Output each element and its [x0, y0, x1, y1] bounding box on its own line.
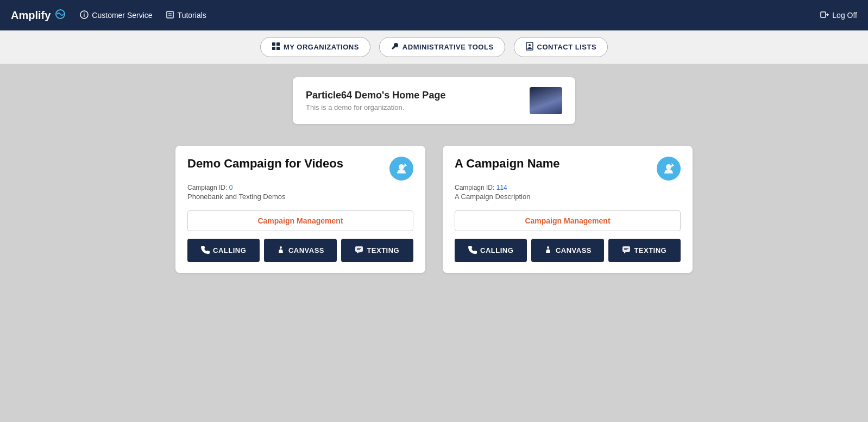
tutorials-icon [166, 10, 174, 21]
campaign-management-button-2[interactable]: Campaign Management [455, 210, 681, 231]
texting-icon-2 [622, 245, 631, 256]
campaign-header-1: Demo Campaign for Videos [187, 157, 413, 181]
org-info: Particle64 Demo's Home Page This is a de… [306, 90, 530, 111]
svg-rect-26 [622, 246, 630, 252]
campaign-desc-2: A Campaign Description [455, 193, 681, 201]
campaign-icon-1 [389, 157, 413, 181]
svg-point-22 [666, 164, 671, 170]
logo-wave [54, 9, 67, 22]
svg-rect-11 [276, 47, 280, 50]
my-organizations-label: MY ORGANIZATIONS [284, 43, 359, 51]
canvass-button-2[interactable]: CANVASS [531, 239, 603, 262]
org-title: Particle64 Demo's Home Page [306, 90, 530, 101]
org-thumbnail [530, 87, 562, 114]
info-icon: i [80, 10, 89, 21]
svg-rect-8 [272, 42, 275, 46]
customer-service-label: Customer Service [92, 11, 152, 20]
svg-marker-27 [624, 252, 626, 253]
campaign-header-2: A Campaign Name [455, 157, 681, 181]
canvass-icon-2 [544, 245, 552, 256]
administrative-tools-label: ADMINISTRATIVE TOOLS [402, 43, 494, 51]
tutorials-link[interactable]: Tutorials [166, 10, 206, 21]
svg-rect-3 [167, 11, 173, 18]
campaign-title-2: A Campaign Name [455, 157, 560, 171]
my-organizations-button[interactable]: MY ORGANIZATIONS [260, 37, 370, 57]
customer-service-link[interactable]: i Customer Service [80, 10, 152, 21]
logoff-button[interactable]: Log Off [820, 10, 857, 21]
logo[interactable]: Amplify [11, 9, 67, 22]
svg-point-16 [280, 246, 282, 249]
sub-nav: MY ORGANIZATIONS ADMINISTRATIVE TOOLS CO… [0, 30, 868, 64]
svg-rect-18 [355, 246, 363, 252]
campaign-id-2: Campiagn ID: 114 [455, 184, 681, 191]
phone-icon-1 [201, 245, 210, 256]
contact-lists-label: CONTACT LISTS [537, 43, 597, 51]
svg-point-14 [399, 164, 404, 170]
texting-icon-1 [355, 245, 363, 256]
campaign-management-button-1[interactable]: Campaign Management [187, 210, 413, 231]
campaign-title-1: Demo Campaign for Videos [187, 157, 343, 171]
campaigns-row: Demo Campaign for Videos Campiagn ID: 0 … [22, 146, 846, 273]
canvass-icon-1 [276, 245, 285, 256]
action-buttons-2: CALLING CANVASS TEXTING [455, 239, 681, 262]
campaign-title-text-2: A Campaign Name [455, 157, 560, 171]
contact-icon [525, 42, 534, 52]
texting-button-2[interactable]: TEXTING [608, 239, 681, 262]
texting-button-1[interactable]: TEXTING [341, 239, 413, 262]
svg-rect-6 [821, 12, 826, 17]
logo-text: Amplify [11, 9, 51, 22]
svg-rect-10 [272, 47, 275, 50]
contact-lists-button[interactable]: CONTACT LISTS [514, 37, 608, 57]
calling-button-1[interactable]: CALLING [187, 239, 260, 262]
campaign-card-2: A Campaign Name Campiagn ID: 114 A Campa… [443, 146, 693, 273]
grid-icon [272, 42, 280, 52]
campaign-id-1: Campiagn ID: 0 [187, 184, 413, 191]
phone-icon-2 [468, 245, 477, 256]
campaign-desc-1: Phonebank and Texting Demos [187, 193, 413, 201]
logoff-icon [820, 10, 829, 21]
calling-button-2[interactable]: CALLING [455, 239, 527, 262]
top-nav: Amplify i Customer Service Tutorials [0, 0, 868, 30]
action-buttons-1: CALLING CANVASS TEXTING [187, 239, 413, 262]
nav-left: Amplify i Customer Service Tutorials [11, 9, 206, 22]
org-card[interactable]: Particle64 Demo's Home Page This is a de… [293, 77, 575, 124]
main-content: Particle64 Demo's Home Page This is a de… [0, 64, 868, 422]
administrative-tools-button[interactable]: ADMINISTRATIVE TOOLS [379, 37, 505, 57]
svg-point-24 [547, 246, 549, 249]
org-description: This is a demo for organization. [306, 103, 530, 111]
campaign-icon-2 [657, 157, 681, 181]
wrench-icon [391, 42, 399, 52]
tutorials-label: Tutorials [178, 11, 206, 20]
svg-rect-9 [276, 42, 280, 46]
svg-point-13 [529, 44, 531, 46]
org-thumbnail-image [530, 87, 562, 114]
campaign-card-1: Demo Campaign for Videos Campiagn ID: 0 … [175, 146, 425, 273]
svg-text:i: i [84, 12, 85, 18]
logoff-label: Log Off [832, 11, 857, 20]
campaign-title-text-1: Demo Campaign for Videos [187, 157, 343, 171]
canvass-button-1[interactable]: CANVASS [264, 239, 336, 262]
